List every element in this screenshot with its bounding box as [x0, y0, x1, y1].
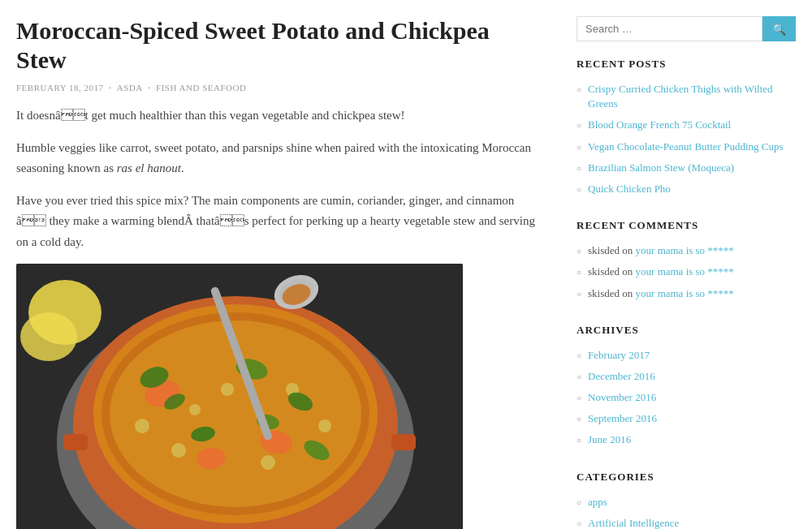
comment-entry-3: skisded on your mama is so *****	[588, 286, 734, 301]
category-item-2: Artificial Intelligence	[577, 516, 796, 529]
svg-point-18	[221, 383, 234, 396]
svg-rect-5	[63, 434, 88, 450]
main-content: Moroccan-Spiced Sweet Potato and Chickpe…	[16, 16, 544, 529]
post-image	[16, 264, 463, 529]
meta-dot-1: •	[108, 83, 111, 92]
comment-on-1: on	[622, 244, 635, 256]
svg-point-2	[20, 312, 77, 361]
archive-link-1[interactable]: February 2017	[588, 348, 650, 363]
svg-point-19	[189, 404, 201, 415]
archive-link-4[interactable]: September 2016	[588, 411, 657, 426]
archive-item-3: November 2016	[577, 390, 796, 405]
archive-link-5[interactable]: June 2016	[588, 432, 631, 447]
sidebar: 🔍 RECENT POSTS Crispy Curried Chicken Th…	[577, 16, 796, 529]
recent-post-link-3[interactable]: Vegan Chocolate-Peanut Butter Pudding Cu…	[588, 140, 783, 154]
svg-rect-6	[391, 434, 416, 450]
recent-post-item-4: Brazilian Salmon Stew (Moqueca)	[577, 161, 796, 175]
recent-post-link-4[interactable]: Brazilian Salmon Stew (Moqueca)	[588, 161, 734, 175]
comment-entry-1: skisded on your mama is so *****	[588, 243, 734, 258]
archives-list: February 2017 December 2016 November 201…	[577, 348, 796, 448]
recent-comments-list: skisded on your mama is so ***** skisded…	[577, 243, 796, 301]
comment-item-3: skisded on your mama is so *****	[577, 286, 796, 301]
svg-point-13	[135, 419, 149, 433]
category-item-1: apps	[577, 495, 796, 510]
search-box[interactable]: 🔍	[577, 16, 796, 41]
comment-author-1: skisded	[588, 244, 620, 256]
recent-post-item-1: Crispy Curried Chicken Thighs with Wilte…	[577, 82, 796, 111]
svg-point-17	[318, 419, 331, 432]
comment-text-3: skisded on your mama is so *****	[588, 286, 734, 301]
comment-text-1: skisded on your mama is so *****	[588, 243, 734, 258]
archive-item-2: December 2016	[577, 369, 796, 384]
search-input[interactable]	[577, 16, 762, 41]
recent-post-item-3: Vegan Chocolate-Peanut Butter Pudding Cu…	[577, 140, 796, 154]
archive-item-5: June 2016	[577, 432, 796, 447]
archive-link-3[interactable]: November 2016	[588, 390, 656, 405]
category-link-1[interactable]: apps	[588, 495, 607, 510]
comment-on-2: on	[622, 265, 635, 277]
recent-post-item-5: Quick Chicken Pho	[577, 182, 796, 196]
post-image-visual	[16, 264, 463, 529]
recent-comments-title: RECENT COMMENTS	[577, 219, 796, 232]
post-category: FISH AND SEAFOOD	[156, 83, 246, 92]
categories-section: CATEGORIES apps Artificial Intelligence …	[577, 471, 796, 529]
archives-section: ARCHIVES February 2017 December 2016 Nov…	[577, 324, 796, 448]
post-paragraph-3: Have you ever tried this spice mix? The …	[16, 191, 544, 253]
recent-post-item-2: Blood Orange French 75 Cocktail	[577, 118, 796, 132]
recent-comments-section: RECENT COMMENTS skisded on your mama is …	[577, 219, 796, 301]
comment-text-2: skisded on your mama is so *****	[588, 264, 734, 279]
recent-post-link-1[interactable]: Crispy Curried Chicken Thighs with Wilte…	[588, 82, 796, 111]
categories-list: apps Artificial Intelligence Bio Column …	[577, 495, 796, 529]
page-layout: Moroccan-Spiced Sweet Potato and Chickpe…	[0, 0, 812, 529]
comment-link-1[interactable]: your mama is so *****	[636, 244, 734, 256]
comment-author-2: skisded	[588, 265, 620, 277]
recent-posts-title: RECENT POSTS	[577, 58, 796, 71]
comment-on-3: on	[622, 287, 635, 299]
post-body: It doesnât get much healthier than thi…	[16, 105, 544, 252]
archive-item-4: September 2016	[577, 411, 796, 426]
recent-posts-section: RECENT POSTS Crispy Curried Chicken Thig…	[577, 58, 796, 196]
post-author: ASDA	[117, 83, 143, 92]
search-button[interactable]: 🔍	[762, 16, 796, 41]
archive-item-1: February 2017	[577, 348, 796, 363]
post-meta: FEBRUARY 18, 2017 • ASDA • FISH AND SEAF…	[16, 83, 544, 92]
post-date: FEBRUARY 18, 2017	[16, 83, 103, 92]
post-paragraph-1: It doesnât get much healthier than thi…	[16, 105, 544, 127]
comment-entry-2: skisded on your mama is so *****	[588, 264, 734, 279]
comment-link-3[interactable]: your mama is so *****	[636, 287, 734, 299]
svg-point-16	[261, 455, 275, 470]
recent-post-link-2[interactable]: Blood Orange French 75 Cocktail	[588, 118, 731, 132]
category-link-2[interactable]: Artificial Intelligence	[588, 516, 679, 529]
comment-author-3: skisded	[588, 287, 620, 299]
meta-dot-2: •	[148, 83, 151, 92]
svg-point-14	[171, 443, 186, 458]
comment-item-2: skisded on your mama is so *****	[577, 264, 796, 279]
comment-item-1: skisded on your mama is so *****	[577, 243, 796, 258]
archives-title: ARCHIVES	[577, 324, 796, 337]
categories-title: CATEGORIES	[577, 471, 796, 484]
stew-illustration	[16, 264, 463, 529]
post-paragraph-2: Humble veggies like carrot, sweet potato…	[16, 138, 544, 179]
comment-link-2[interactable]: your mama is so *****	[636, 265, 734, 277]
recent-posts-list: Crispy Curried Chicken Thighs with Wilte…	[577, 82, 796, 196]
recent-post-link-5[interactable]: Quick Chicken Pho	[588, 182, 671, 196]
archive-link-2[interactable]: December 2016	[588, 369, 655, 384]
post-title: Moroccan-Spiced Sweet Potato and Chickpe…	[16, 16, 544, 75]
